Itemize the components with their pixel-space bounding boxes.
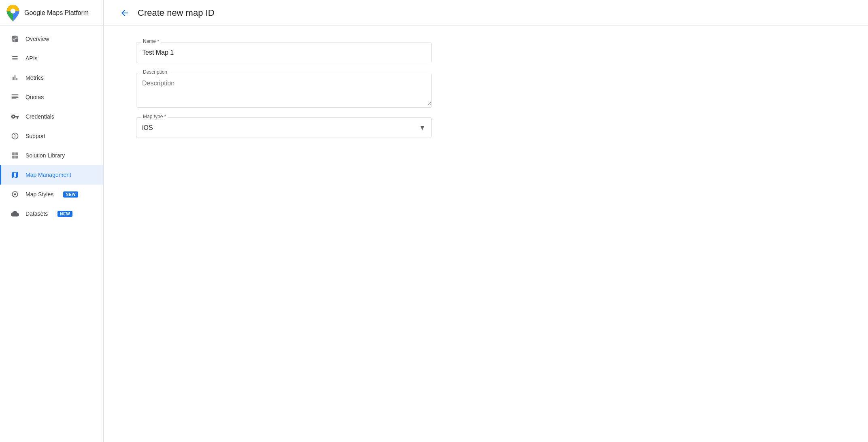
svg-rect-2: [15, 36, 18, 39]
map-management-icon: [11, 171, 19, 179]
sidebar-item-map-styles-label: Map Styles: [26, 191, 53, 198]
sidebar-item-support-label: Support: [26, 133, 45, 139]
sidebar-item-apis-label: APIs: [26, 55, 38, 62]
map-styles-badge: NEW: [63, 191, 78, 198]
sidebar-item-map-management[interactable]: Map Management: [0, 165, 103, 185]
sidebar-item-apis[interactable]: APIs: [0, 49, 103, 68]
sidebar-item-support[interactable]: Support: [0, 126, 103, 146]
sidebar-item-overview[interactable]: Overview: [0, 29, 103, 49]
svg-rect-5: [12, 94, 19, 95]
sidebar-item-map-styles[interactable]: Map Styles NEW: [0, 185, 103, 204]
map-styles-icon: [11, 190, 19, 198]
sidebar-item-quotas-label: Quotas: [26, 94, 44, 100]
quotas-icon: [11, 93, 19, 101]
map-type-select-container: Map type * JavaScript Android iOS ▼: [136, 117, 432, 138]
credentials-icon: [11, 113, 19, 121]
sidebar-item-credentials[interactable]: Credentials: [0, 107, 103, 126]
svg-rect-4: [15, 39, 18, 42]
apis-icon: [11, 54, 19, 62]
description-field-group: Description: [136, 73, 432, 108]
support-icon: [11, 132, 19, 140]
svg-point-0: [11, 8, 15, 13]
app-title: Google Maps Platform: [24, 9, 89, 17]
sidebar-header: Google Maps Platform: [0, 0, 103, 26]
datasets-badge: NEW: [57, 211, 72, 217]
sidebar-item-metrics[interactable]: Metrics: [0, 68, 103, 87]
page-title: Create new map ID: [138, 8, 215, 18]
svg-rect-8: [12, 98, 17, 99]
datasets-icon: [11, 210, 19, 218]
svg-rect-6: [12, 96, 19, 97]
description-label: Description: [141, 69, 169, 75]
main-content-area: Create new map ID Name * Description Map…: [104, 0, 868, 442]
name-field-container: Name *: [136, 42, 432, 63]
form-area: Name * Description Map type * JavaScript…: [104, 26, 868, 442]
sidebar-item-solution-library-label: Solution Library: [26, 152, 65, 159]
sidebar-item-quotas[interactable]: Quotas: [0, 87, 103, 107]
svg-rect-7: [12, 97, 19, 98]
overview-icon: [11, 35, 19, 43]
back-button[interactable]: [117, 5, 133, 21]
sidebar-item-metrics-label: Metrics: [26, 74, 44, 81]
svg-rect-1: [12, 36, 15, 39]
sidebar-item-datasets-label: Datasets: [26, 210, 48, 217]
svg-rect-3: [12, 39, 15, 42]
map-type-label: Map type *: [141, 114, 168, 119]
google-maps-logo: [6, 5, 19, 21]
name-field-group: Name *: [136, 42, 432, 63]
name-label: Name *: [141, 38, 161, 44]
sidebar-item-solution-library[interactable]: Solution Library: [0, 146, 103, 165]
solution-library-icon: [11, 151, 19, 159]
name-input[interactable]: [136, 42, 431, 63]
description-field-container: Description: [136, 73, 432, 108]
description-textarea[interactable]: [136, 73, 431, 106]
sidebar-item-credentials-label: Credentials: [26, 113, 54, 120]
sidebar-item-datasets[interactable]: Datasets NEW: [0, 204, 103, 223]
sidebar-item-overview-label: Overview: [26, 36, 49, 42]
svg-point-9: [14, 193, 16, 196]
sidebar-item-map-management-label: Map Management: [26, 172, 71, 178]
sidebar: Google Maps Platform Overview APIs Metri…: [0, 0, 104, 442]
main-header: Create new map ID: [104, 0, 868, 26]
sidebar-nav: Overview APIs Metrics Quotas: [0, 26, 103, 442]
map-type-select[interactable]: JavaScript Android iOS: [136, 118, 431, 138]
metrics-icon: [11, 74, 19, 82]
map-type-field-group: Map type * JavaScript Android iOS ▼: [136, 117, 432, 138]
